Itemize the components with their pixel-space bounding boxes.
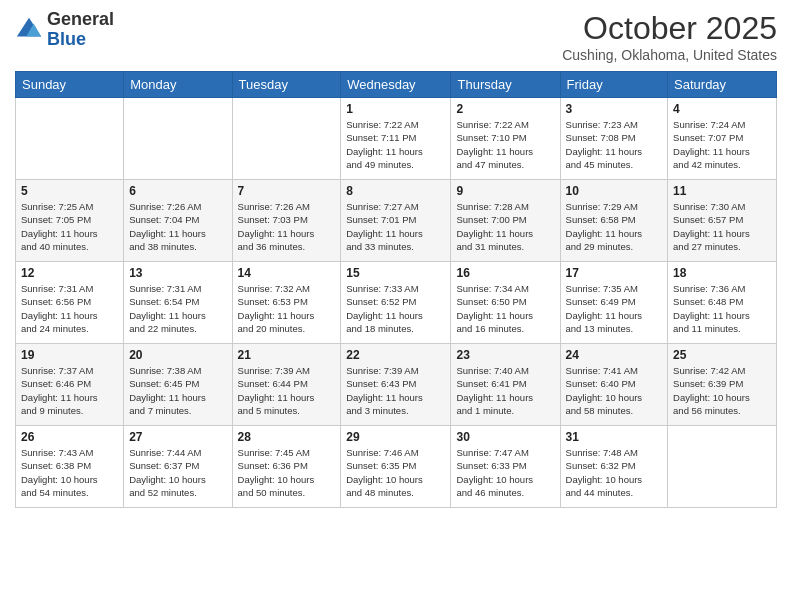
day-info: Sunrise: 7:27 AM Sunset: 7:01 PM Dayligh… [346,200,445,253]
calendar-cell: 31Sunrise: 7:48 AM Sunset: 6:32 PM Dayli… [560,426,668,508]
calendar-week-5: 26Sunrise: 7:43 AM Sunset: 6:38 PM Dayli… [16,426,777,508]
calendar-cell: 13Sunrise: 7:31 AM Sunset: 6:54 PM Dayli… [124,262,232,344]
calendar-cell: 24Sunrise: 7:41 AM Sunset: 6:40 PM Dayli… [560,344,668,426]
day-info: Sunrise: 7:29 AM Sunset: 6:58 PM Dayligh… [566,200,663,253]
calendar-cell: 23Sunrise: 7:40 AM Sunset: 6:41 PM Dayli… [451,344,560,426]
calendar-cell: 16Sunrise: 7:34 AM Sunset: 6:50 PM Dayli… [451,262,560,344]
day-number: 19 [21,348,118,362]
day-number: 26 [21,430,118,444]
calendar-cell [232,98,341,180]
day-info: Sunrise: 7:40 AM Sunset: 6:41 PM Dayligh… [456,364,554,417]
day-info: Sunrise: 7:31 AM Sunset: 6:56 PM Dayligh… [21,282,118,335]
calendar-cell: 19Sunrise: 7:37 AM Sunset: 6:46 PM Dayli… [16,344,124,426]
calendar-cell: 1Sunrise: 7:22 AM Sunset: 7:11 PM Daylig… [341,98,451,180]
logo: General Blue [15,10,114,50]
calendar-cell: 8Sunrise: 7:27 AM Sunset: 7:01 PM Daylig… [341,180,451,262]
day-info: Sunrise: 7:45 AM Sunset: 6:36 PM Dayligh… [238,446,336,499]
day-number: 18 [673,266,771,280]
calendar-header-saturday: Saturday [668,72,777,98]
day-info: Sunrise: 7:48 AM Sunset: 6:32 PM Dayligh… [566,446,663,499]
day-number: 16 [456,266,554,280]
day-info: Sunrise: 7:33 AM Sunset: 6:52 PM Dayligh… [346,282,445,335]
day-number: 9 [456,184,554,198]
day-info: Sunrise: 7:24 AM Sunset: 7:07 PM Dayligh… [673,118,771,171]
logo-text: General Blue [47,10,114,50]
calendar-cell: 17Sunrise: 7:35 AM Sunset: 6:49 PM Dayli… [560,262,668,344]
day-info: Sunrise: 7:37 AM Sunset: 6:46 PM Dayligh… [21,364,118,417]
day-number: 31 [566,430,663,444]
calendar-cell: 3Sunrise: 7:23 AM Sunset: 7:08 PM Daylig… [560,98,668,180]
day-number: 12 [21,266,118,280]
calendar-cell [668,426,777,508]
day-info: Sunrise: 7:35 AM Sunset: 6:49 PM Dayligh… [566,282,663,335]
calendar-header-friday: Friday [560,72,668,98]
calendar-week-4: 19Sunrise: 7:37 AM Sunset: 6:46 PM Dayli… [16,344,777,426]
calendar-cell: 2Sunrise: 7:22 AM Sunset: 7:10 PM Daylig… [451,98,560,180]
calendar-cell: 18Sunrise: 7:36 AM Sunset: 6:48 PM Dayli… [668,262,777,344]
calendar-week-3: 12Sunrise: 7:31 AM Sunset: 6:56 PM Dayli… [16,262,777,344]
day-number: 30 [456,430,554,444]
calendar-cell [16,98,124,180]
page: General Blue October 2025 Cushing, Oklah… [0,0,792,612]
calendar-cell: 28Sunrise: 7:45 AM Sunset: 6:36 PM Dayli… [232,426,341,508]
day-info: Sunrise: 7:38 AM Sunset: 6:45 PM Dayligh… [129,364,226,417]
day-number: 29 [346,430,445,444]
day-number: 14 [238,266,336,280]
day-info: Sunrise: 7:43 AM Sunset: 6:38 PM Dayligh… [21,446,118,499]
calendar-cell: 12Sunrise: 7:31 AM Sunset: 6:56 PM Dayli… [16,262,124,344]
calendar-cell: 30Sunrise: 7:47 AM Sunset: 6:33 PM Dayli… [451,426,560,508]
day-info: Sunrise: 7:39 AM Sunset: 6:43 PM Dayligh… [346,364,445,417]
calendar: SundayMondayTuesdayWednesdayThursdayFrid… [15,71,777,508]
day-info: Sunrise: 7:22 AM Sunset: 7:11 PM Dayligh… [346,118,445,171]
day-number: 25 [673,348,771,362]
day-info: Sunrise: 7:23 AM Sunset: 7:08 PM Dayligh… [566,118,663,171]
logo-icon [15,16,43,44]
day-number: 1 [346,102,445,116]
month-title: October 2025 [562,10,777,47]
day-info: Sunrise: 7:42 AM Sunset: 6:39 PM Dayligh… [673,364,771,417]
calendar-week-1: 1Sunrise: 7:22 AM Sunset: 7:11 PM Daylig… [16,98,777,180]
title-block: October 2025 Cushing, Oklahoma, United S… [562,10,777,63]
calendar-cell: 6Sunrise: 7:26 AM Sunset: 7:04 PM Daylig… [124,180,232,262]
day-info: Sunrise: 7:25 AM Sunset: 7:05 PM Dayligh… [21,200,118,253]
day-number: 13 [129,266,226,280]
calendar-cell: 27Sunrise: 7:44 AM Sunset: 6:37 PM Dayli… [124,426,232,508]
day-info: Sunrise: 7:46 AM Sunset: 6:35 PM Dayligh… [346,446,445,499]
calendar-header-monday: Monday [124,72,232,98]
calendar-cell: 25Sunrise: 7:42 AM Sunset: 6:39 PM Dayli… [668,344,777,426]
day-number: 5 [21,184,118,198]
calendar-header-row: SundayMondayTuesdayWednesdayThursdayFrid… [16,72,777,98]
day-number: 22 [346,348,445,362]
day-number: 10 [566,184,663,198]
day-info: Sunrise: 7:47 AM Sunset: 6:33 PM Dayligh… [456,446,554,499]
day-info: Sunrise: 7:36 AM Sunset: 6:48 PM Dayligh… [673,282,771,335]
calendar-cell: 26Sunrise: 7:43 AM Sunset: 6:38 PM Dayli… [16,426,124,508]
calendar-cell [124,98,232,180]
day-info: Sunrise: 7:32 AM Sunset: 6:53 PM Dayligh… [238,282,336,335]
calendar-cell: 14Sunrise: 7:32 AM Sunset: 6:53 PM Dayli… [232,262,341,344]
day-number: 3 [566,102,663,116]
logo-blue-text: Blue [47,29,86,49]
day-info: Sunrise: 7:34 AM Sunset: 6:50 PM Dayligh… [456,282,554,335]
calendar-cell: 9Sunrise: 7:28 AM Sunset: 7:00 PM Daylig… [451,180,560,262]
calendar-header-tuesday: Tuesday [232,72,341,98]
calendar-header-sunday: Sunday [16,72,124,98]
calendar-cell: 29Sunrise: 7:46 AM Sunset: 6:35 PM Dayli… [341,426,451,508]
calendar-cell: 15Sunrise: 7:33 AM Sunset: 6:52 PM Dayli… [341,262,451,344]
day-number: 27 [129,430,226,444]
day-info: Sunrise: 7:30 AM Sunset: 6:57 PM Dayligh… [673,200,771,253]
day-number: 28 [238,430,336,444]
day-number: 17 [566,266,663,280]
calendar-cell: 7Sunrise: 7:26 AM Sunset: 7:03 PM Daylig… [232,180,341,262]
day-number: 4 [673,102,771,116]
day-number: 20 [129,348,226,362]
day-number: 8 [346,184,445,198]
day-number: 23 [456,348,554,362]
calendar-cell: 4Sunrise: 7:24 AM Sunset: 7:07 PM Daylig… [668,98,777,180]
calendar-cell: 10Sunrise: 7:29 AM Sunset: 6:58 PM Dayli… [560,180,668,262]
day-number: 11 [673,184,771,198]
day-info: Sunrise: 7:44 AM Sunset: 6:37 PM Dayligh… [129,446,226,499]
calendar-cell: 21Sunrise: 7:39 AM Sunset: 6:44 PM Dayli… [232,344,341,426]
day-info: Sunrise: 7:22 AM Sunset: 7:10 PM Dayligh… [456,118,554,171]
day-info: Sunrise: 7:31 AM Sunset: 6:54 PM Dayligh… [129,282,226,335]
